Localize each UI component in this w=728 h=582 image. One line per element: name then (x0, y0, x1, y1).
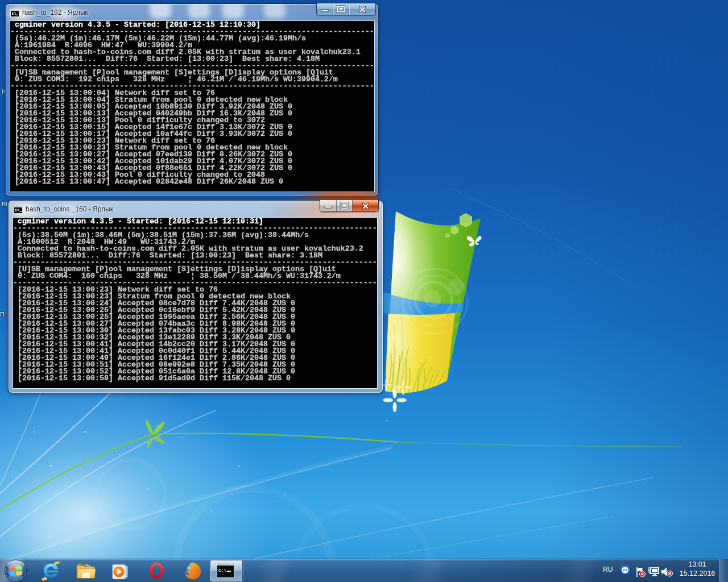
svg-text:C:\: C:\ (218, 568, 227, 573)
